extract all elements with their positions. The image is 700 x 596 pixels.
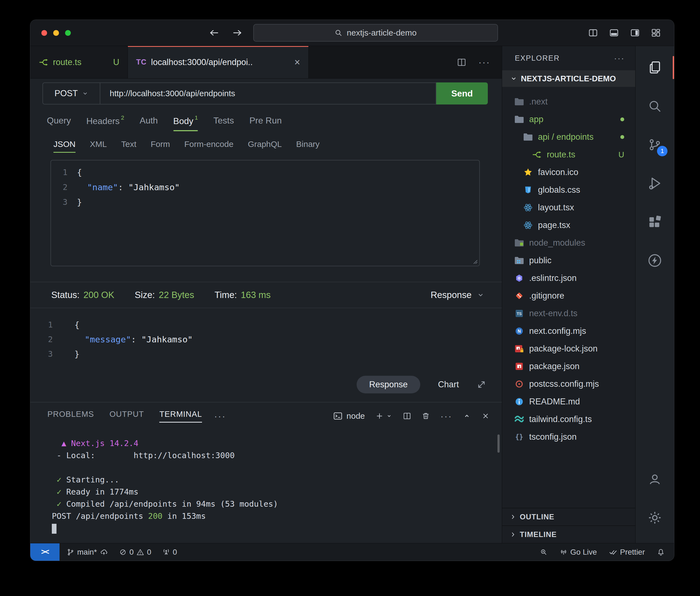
- body-type-tabs: JSONXMLTextFormForm-encodeGraphQLBinary: [53, 140, 502, 153]
- git-branch-item[interactable]: main*: [67, 548, 108, 556]
- problems-item[interactable]: 0 0: [119, 548, 151, 556]
- accounts-icon[interactable]: [642, 466, 668, 492]
- file-row[interactable]: tailwind.config.ts: [502, 411, 635, 428]
- file-row[interactable]: globals.css: [502, 181, 635, 199]
- request-body-editor[interactable]: 1{2 "name": "Jahkamso"3}: [50, 160, 480, 266]
- sync-cloud-icon: [100, 548, 108, 556]
- body-tab-form-encode[interactable]: Form-encode: [184, 140, 233, 153]
- file-row[interactable]: page.tsx: [502, 216, 635, 234]
- more-actions-icon[interactable]: ···: [478, 57, 490, 68]
- split-terminal-icon[interactable]: [403, 412, 411, 420]
- project-root-row[interactable]: NEXTJS-ARTICLE-DEMO: [502, 70, 635, 87]
- file-row[interactable]: node_modules: [502, 234, 635, 252]
- customize-layout-icon[interactable]: [651, 28, 661, 38]
- expand-icon[interactable]: [476, 380, 486, 390]
- remote-indicator[interactable]: ><: [30, 543, 59, 561]
- panel-tab-terminal[interactable]: TERMINAL: [159, 409, 202, 423]
- body-tab-xml[interactable]: XML: [90, 140, 107, 153]
- thunder-client-view-icon[interactable]: [642, 247, 668, 274]
- minimize-window-button[interactable]: [53, 30, 59, 36]
- prettier-item[interactable]: Prettier: [609, 548, 645, 556]
- extensions-view-icon[interactable]: [642, 209, 668, 235]
- close-panel-icon[interactable]: [482, 412, 490, 420]
- terminal-shell-item[interactable]: node: [333, 411, 365, 421]
- toggle-sidebar-icon[interactable]: [630, 28, 640, 38]
- section-outline[interactable]: OUTLINE: [502, 508, 635, 525]
- close-tab-icon[interactable]: ×: [294, 57, 300, 67]
- section-timeline[interactable]: TIMELINE: [502, 525, 635, 543]
- file-row[interactable]: layout.tsx: [502, 199, 635, 216]
- close-window-button[interactable]: [41, 30, 47, 36]
- git-icon: [514, 291, 524, 301]
- terminal-output[interactable]: ▲ Next.js 14.2.4 - Local: http://localho…: [30, 429, 502, 534]
- file-row[interactable]: README.md: [502, 393, 635, 411]
- file-row[interactable]: .next: [502, 93, 635, 110]
- line-number: 1: [48, 318, 74, 332]
- command-center-search[interactable]: nextjs-article-demo: [253, 24, 498, 42]
- go-live-item[interactable]: Go Live: [560, 548, 597, 556]
- file-row[interactable]: postcss.config.mjs: [502, 375, 635, 393]
- explorer-view-icon[interactable]: [642, 54, 668, 81]
- terminal-dropdown-icon[interactable]: [386, 413, 392, 419]
- file-row[interactable]: public: [502, 252, 635, 269]
- maximize-panel-icon[interactable]: [463, 412, 471, 420]
- request-tab-query[interactable]: Query: [47, 116, 71, 131]
- response-dropdown[interactable]: Response: [431, 290, 484, 300]
- file-row[interactable]: package.json: [502, 357, 635, 375]
- panel-tab-output[interactable]: OUTPUT: [109, 409, 144, 423]
- explorer-more-actions-icon[interactable]: ···: [614, 53, 625, 63]
- zoom-window-button[interactable]: [65, 30, 71, 36]
- body-tab-graphql[interactable]: GraphQL: [248, 140, 282, 153]
- toggle-panel-icon[interactable]: [609, 28, 619, 38]
- file-row[interactable]: favicon.ico: [502, 164, 635, 181]
- source-control-view-icon[interactable]: 1: [642, 131, 668, 158]
- new-terminal-icon[interactable]: [375, 412, 384, 420]
- method-select[interactable]: POST: [43, 82, 100, 104]
- body-tab-text[interactable]: Text: [121, 140, 136, 153]
- resize-grip-icon[interactable]: [471, 257, 478, 265]
- panel-more-actions-icon[interactable]: ···: [440, 411, 452, 422]
- back-icon[interactable]: [209, 28, 219, 38]
- split-editor-icon[interactable]: [457, 58, 466, 67]
- panel-tab-problems[interactable]: PROBLEMS: [47, 409, 94, 423]
- response-toggle-button[interactable]: Response: [357, 376, 420, 393]
- chart-toggle-button[interactable]: Chart: [438, 380, 459, 390]
- request-tab-auth[interactable]: Auth: [140, 116, 158, 131]
- send-button[interactable]: Send: [436, 82, 488, 104]
- url-input[interactable]: [100, 82, 436, 104]
- search-view-icon[interactable]: [642, 93, 668, 119]
- file-row[interactable]: Nnext.config.mjs: [502, 322, 635, 340]
- terminal-line: [52, 462, 502, 474]
- request-tab-pre-run[interactable]: Pre Run: [250, 116, 282, 131]
- traffic-lights: [41, 30, 71, 36]
- settings-gear-icon[interactable]: [642, 504, 668, 531]
- postcss-icon: [514, 379, 524, 389]
- file-row[interactable]: TSnext-env.d.ts: [502, 305, 635, 322]
- file-row[interactable]: app: [502, 110, 635, 128]
- zoom-icon[interactable]: [540, 548, 548, 556]
- request-tab-body[interactable]: Body1: [173, 116, 198, 131]
- file-row[interactable]: .eslintrc.json: [502, 269, 635, 287]
- body-tab-json[interactable]: JSON: [53, 140, 76, 153]
- request-tab-tests[interactable]: Tests: [213, 116, 234, 131]
- file-row[interactable]: .gitignore: [502, 287, 635, 305]
- terminal-cursor: [52, 524, 56, 534]
- panel-more-tabs-icon[interactable]: ···: [214, 411, 226, 422]
- notifications-bell-icon[interactable]: [657, 548, 665, 556]
- ports-item[interactable]: 0: [162, 548, 177, 556]
- tab-route-ts[interactable]: route.ts U: [30, 46, 128, 78]
- file-row[interactable]: route.tsU: [502, 146, 635, 164]
- run-debug-view-icon[interactable]: [642, 170, 668, 197]
- file-row[interactable]: {}tsconfig.json: [502, 428, 635, 446]
- body-tab-form[interactable]: Form: [151, 140, 170, 153]
- file-row[interactable]: package-lock.json: [502, 340, 635, 357]
- body-tab-binary[interactable]: Binary: [296, 140, 320, 153]
- toggle-split-layout-icon[interactable]: [588, 28, 598, 38]
- terminal-scrollbar[interactable]: [497, 434, 500, 453]
- explorer-sidebar: EXPLORER ··· NEXTJS-ARTICLE-DEMO .nextap…: [502, 46, 635, 543]
- request-tab-headers[interactable]: Headers2: [86, 116, 124, 131]
- kill-terminal-icon[interactable]: [422, 412, 430, 420]
- tab-thunder-client[interactable]: TC localhost:3000/api/endpoi.. ×: [128, 46, 309, 78]
- forward-icon[interactable]: [232, 28, 242, 38]
- file-row[interactable]: api / endpoints: [502, 128, 635, 146]
